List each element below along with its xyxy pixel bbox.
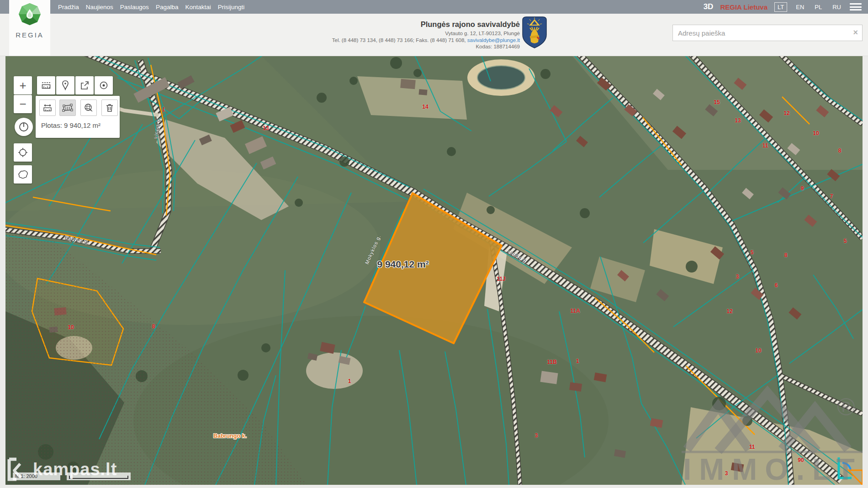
- address-search: ×: [672, 25, 863, 41]
- parcel-number: 10: [813, 130, 819, 136]
- main-menu: Pradžia Naujienos Paslaugos Pagalba Kont…: [58, 0, 244, 14]
- parcel-number: 1: [576, 358, 579, 364]
- parcel-number: 5: [844, 238, 847, 244]
- globe-cursor-icon: [84, 103, 94, 113]
- parcel-number: 11B: [547, 359, 556, 365]
- menu-item-prisijungti[interactable]: Prisijungti: [218, 4, 245, 10]
- hamburger-menu-icon[interactable]: [850, 3, 862, 10]
- point-select-button[interactable]: [95, 76, 113, 94]
- place-label-babrungas: Babrungo k.: [213, 433, 247, 439]
- parcel-number: 3: [725, 470, 728, 477]
- menu-item-kontaktai[interactable]: Kontaktai: [185, 4, 211, 10]
- menu-item-paslaugos[interactable]: Paslaugos: [120, 4, 149, 10]
- delete-measurement-button[interactable]: [101, 100, 118, 116]
- parcel-number: 15: [714, 99, 720, 105]
- regia-logo-text: REGIA: [9, 31, 50, 39]
- municipality-address: Vytauto g. 12, LT-90123, Plungė: [228, 30, 520, 37]
- parcel-number: 1: [162, 106, 165, 113]
- trash-icon: [105, 103, 114, 113]
- regia-logo[interactable]: REGIA: [9, 0, 50, 56]
- measure-area-button[interactable]: [59, 100, 76, 116]
- parcel-number: 13: [735, 117, 741, 124]
- measure-length-button[interactable]: [39, 100, 56, 116]
- reset-view-button[interactable]: [15, 118, 33, 136]
- menu-item-pagalba[interactable]: Pagalba: [156, 4, 179, 10]
- map-scale-text: M 1: 2000: [13, 472, 60, 480]
- full-extent-button[interactable]: [14, 165, 32, 184]
- measure-tool-button[interactable]: [37, 76, 55, 94]
- parcel-number: 8: [784, 252, 788, 258]
- parcel-number: 14: [422, 104, 428, 110]
- add-marker-button[interactable]: [56, 76, 74, 94]
- municipality-email-link[interactable]: savivaldybe@plunge.lt: [467, 37, 520, 43]
- parcel-number: 7: [830, 193, 833, 199]
- measurement-panel: Plotas: 9 940,12 m²: [36, 96, 120, 138]
- parcel-area-label: 9 940,12 m²: [377, 259, 429, 270]
- language-lt[interactable]: LT: [774, 2, 787, 12]
- regia-gem-icon: [18, 3, 42, 28]
- parcel-number: 11A: [570, 308, 580, 314]
- search-input[interactable]: [673, 25, 862, 41]
- parcel-number: 10: [755, 347, 761, 354]
- topbar-right-cluster: 3D REGIA Lietuva LT EN PL RU: [704, 0, 862, 14]
- municipality-code: Kodas: 188714469: [228, 43, 520, 50]
- parcel-number: 11: [749, 444, 755, 450]
- parcel-number: 8: [152, 323, 155, 330]
- map-scale-bar: [67, 472, 131, 480]
- parcel-number: 11: [762, 142, 768, 149]
- municipality-info: Plungės rajono savivaldybė Vytauto g. 12…: [228, 20, 520, 50]
- parcel-number: 5: [751, 249, 754, 256]
- parcel-number: 10: [68, 324, 74, 331]
- parcel-number: 13: [263, 125, 269, 131]
- parcel-number: 9: [801, 185, 804, 192]
- share-icon: [79, 80, 90, 90]
- parcel-number: 3: [736, 273, 739, 280]
- municipality-name: Plungės rajono savivaldybė: [228, 20, 520, 29]
- zoom-out-button[interactable]: −: [14, 95, 32, 113]
- search-clear-icon[interactable]: ×: [853, 28, 858, 37]
- parcel-number: 11J: [497, 276, 505, 282]
- language-en[interactable]: EN: [794, 3, 806, 11]
- map-pin-icon: [61, 80, 70, 90]
- language-pl[interactable]: PL: [813, 3, 824, 11]
- clock-reset-icon: [18, 121, 29, 132]
- language-ru[interactable]: RU: [831, 3, 843, 11]
- view-3d-button[interactable]: 3D: [704, 2, 714, 11]
- parcel-number: 12: [783, 110, 789, 116]
- parcel-number: 6: [775, 282, 778, 289]
- parcel-number: 90: [798, 457, 804, 463]
- menu-item-naujienos[interactable]: Naujienos: [86, 4, 113, 10]
- parcel-number: 12: [726, 308, 732, 315]
- measure-area-icon: [62, 103, 73, 113]
- crosshair-icon: [17, 147, 28, 158]
- locate-me-button[interactable]: [14, 143, 32, 162]
- zoom-in-button[interactable]: +: [14, 76, 32, 94]
- municipality-contacts: Tel. (8 448) 73 134, (8 448) 73 166; Fak…: [228, 37, 520, 44]
- page-header: Plungės rajono savivaldybė Vytauto g. 12…: [0, 14, 868, 56]
- municipality-phone: Tel. (8 448) 73 134, (8 448) 73 166; Fak…: [332, 37, 467, 43]
- share-export-button[interactable]: [75, 76, 94, 94]
- measure-earth-button[interactable]: [80, 100, 97, 116]
- ruler-icon: [41, 80, 51, 90]
- map-canvas[interactable]: [5, 56, 863, 485]
- measure-length-icon: [42, 103, 53, 113]
- coat-of-arms: [522, 16, 547, 50]
- lithuania-outline-icon: [17, 169, 29, 179]
- page-bottom-strip: [0, 485, 868, 488]
- menu-item-pradzia[interactable]: Pradžia: [58, 4, 79, 10]
- circle-dot-icon: [99, 80, 109, 90]
- parcel-number: 3: [535, 432, 538, 439]
- parcel-number: 1: [348, 378, 351, 384]
- map-viewport[interactable]: + −: [5, 56, 863, 485]
- parcel-number: 8: [838, 147, 842, 154]
- area-measurement-value: Plotas: 9 940,12 m²: [41, 121, 101, 129]
- regia-lietuva-link[interactable]: REGIA Lietuva: [720, 3, 767, 11]
